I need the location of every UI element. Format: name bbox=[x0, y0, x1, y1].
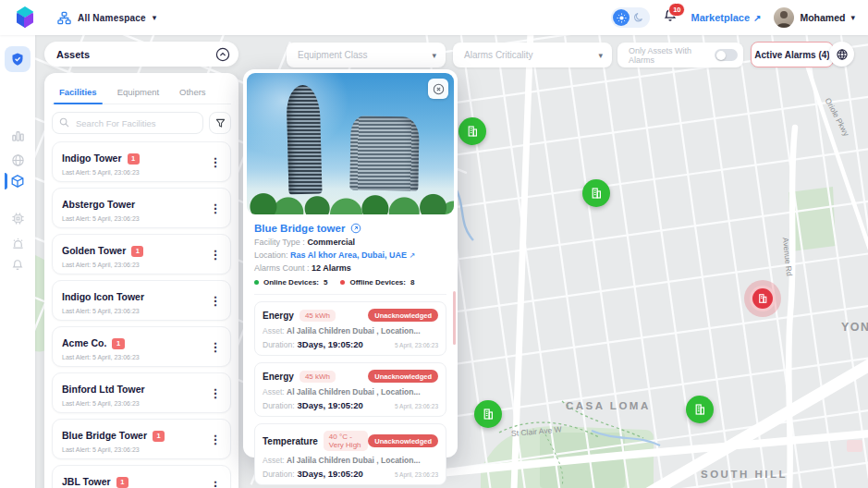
map-layers-button[interactable] bbox=[829, 42, 854, 67]
assets-panel-header[interactable]: Assets bbox=[44, 42, 238, 67]
kebab-menu-icon[interactable]: ⋮ bbox=[209, 479, 222, 488]
facility-list-item[interactable]: Blue Bridge Tower1 Last Alert: 5 April, … bbox=[52, 419, 231, 459]
assets-panel-title: Assets bbox=[56, 49, 215, 60]
kebab-menu-icon[interactable]: ⋮ bbox=[209, 340, 222, 354]
facility-list-item[interactable]: Indigo Tower1 Last Alert: 5 April, 23:06… bbox=[52, 141, 231, 182]
map-label-south-hill: SOUTH HILL bbox=[701, 469, 788, 480]
popup-body: Blue Bridge tower Facility Type : Commer… bbox=[247, 214, 454, 488]
filter-funnel-icon bbox=[215, 118, 226, 128]
alarm-card[interactable]: Energy 45 kWh Unacknowledged Asset: Al J… bbox=[254, 301, 446, 356]
alarms-criticality-label: Alarms Criticality bbox=[464, 50, 598, 60]
facility-last-alert: Last Alert: 5 April, 23:06:23 bbox=[62, 169, 209, 176]
facility-type-row: Facility Type : Commercial bbox=[254, 238, 446, 247]
map-marker-alarm[interactable] bbox=[752, 288, 773, 309]
alarm-date: 5 April, 23:06:23 bbox=[395, 342, 438, 348]
rail-item-analytics[interactable] bbox=[5, 122, 31, 148]
facility-alarm-badge: 1 bbox=[112, 338, 124, 349]
external-link-icon: ↗ bbox=[409, 251, 415, 260]
building-icon bbox=[482, 408, 495, 421]
rail-item-security[interactable] bbox=[5, 46, 31, 72]
marketplace-label: Marketplace bbox=[691, 12, 750, 23]
tab-others[interactable]: Others bbox=[177, 82, 208, 104]
alarm-asset-value: Al Jalila Children Dubai , Location... bbox=[287, 456, 421, 465]
collapse-panel-icon[interactable] bbox=[215, 47, 230, 62]
toggle-knob bbox=[716, 51, 726, 60]
user-silhouette-icon bbox=[774, 7, 794, 28]
facility-name: Abstergo Tower bbox=[62, 199, 135, 210]
alarm-type: Temperature bbox=[263, 436, 318, 446]
facility-popup: Blue Bridge tower Facility Type : Commer… bbox=[243, 69, 458, 458]
rail-item-notifications[interactable] bbox=[5, 252, 31, 278]
equipment-class-dropdown[interactable]: Equipment Class ▾ bbox=[287, 43, 446, 67]
kebab-menu-icon[interactable]: ⋮ bbox=[209, 294, 222, 308]
search-icon bbox=[59, 117, 69, 128]
popup-facility-title[interactable]: Blue Bridge tower bbox=[254, 223, 345, 234]
kebab-menu-icon[interactable]: ⋮ bbox=[209, 248, 222, 262]
user-menu[interactable]: Mohamed ▾ bbox=[774, 7, 855, 28]
online-devices-value: 5 bbox=[324, 278, 327, 287]
alarms-criticality-dropdown[interactable]: Alarms Criticality ▾ bbox=[453, 43, 612, 67]
kebab-menu-icon[interactable]: ⋮ bbox=[209, 386, 222, 400]
alarm-duration-label: Duration: bbox=[263, 340, 295, 349]
alarm-value-pill: 45 kWh bbox=[300, 371, 336, 383]
rail-item-devices[interactable] bbox=[5, 205, 31, 231]
alarm-duration-label: Duration: bbox=[263, 470, 295, 479]
top-bar-right: 10 Marketplace ↗ Mohamed ▾ bbox=[611, 7, 855, 28]
alarm-status-badge: Unacknowledged bbox=[368, 434, 438, 447]
namespace-selector[interactable]: All Namespace ▾ bbox=[57, 11, 156, 25]
tab-equipment[interactable]: Equipment bbox=[116, 82, 161, 104]
facility-list-item[interactable]: Indigo Icon Tower Last Alert: 5 April, 2… bbox=[52, 280, 231, 321]
rail-item-assets[interactable] bbox=[5, 168, 31, 194]
user-name: Mohamed bbox=[800, 12, 845, 23]
facility-last-alert: Last Alert: 5 April, 23:06:23 bbox=[62, 354, 209, 360]
facility-list-item[interactable]: Abstergo Tower Last Alert: 5 April, 23:0… bbox=[52, 188, 231, 228]
facility-name: Blue Bridge Tower bbox=[62, 430, 147, 441]
alarms-count-value: 12 Alarms bbox=[312, 263, 351, 273]
alarm-duration-value: 3Days, 19:05:20 bbox=[298, 339, 363, 349]
light-mode-button[interactable] bbox=[613, 9, 630, 26]
facility-list-item[interactable]: Acme Co.1 Last Alert: 5 April, 23:06:23 … bbox=[52, 326, 231, 367]
alarm-asset-label: Asset: bbox=[263, 387, 285, 396]
moon-icon[interactable] bbox=[633, 12, 644, 23]
facility-alarm-badge: 1 bbox=[131, 246, 143, 257]
notifications-count-badge: 10 bbox=[668, 3, 685, 17]
facility-list-item[interactable]: JBL Tower1 Last Alert: 5 April, 23:06:23… bbox=[52, 465, 231, 488]
assets-panel: Facilities Equipment Others Indigo Tower… bbox=[44, 73, 238, 488]
alarm-card[interactable]: Temperature 40 °C - Very High Unacknowle… bbox=[254, 423, 446, 485]
divider bbox=[254, 294, 446, 295]
location-link[interactable]: Ras Al khor Area, Dubai, UAE bbox=[290, 250, 407, 260]
kebab-menu-icon[interactable]: ⋮ bbox=[209, 155, 222, 169]
map-marker-facility-1[interactable] bbox=[458, 117, 486, 145]
map-label-casa-loma: CASA LOMA bbox=[566, 400, 651, 411]
notifications-button[interactable]: 10 bbox=[663, 8, 678, 27]
alarm-duration-value: 3Days, 19:05:20 bbox=[298, 469, 363, 479]
namespace-label: All Namespace bbox=[78, 13, 146, 23]
theme-toggle[interactable] bbox=[611, 7, 650, 28]
location-row: Location: Ras Al khor Area, Dubai, UAE ↗ bbox=[254, 250, 446, 260]
map-marker-facility-2[interactable] bbox=[582, 179, 610, 207]
search-input[interactable] bbox=[52, 112, 203, 134]
popup-scrollbar[interactable] bbox=[453, 291, 456, 345]
alarm-card[interactable]: Energy 45 kWh Unacknowledged Asset: Al J… bbox=[254, 362, 446, 417]
kebab-menu-icon[interactable]: ⋮ bbox=[209, 201, 222, 215]
map-marker-facility-4[interactable] bbox=[686, 396, 714, 423]
open-facility-icon[interactable] bbox=[350, 223, 361, 234]
alarm-list: Energy 45 kWh Unacknowledged Asset: Al J… bbox=[254, 301, 446, 485]
marketplace-link[interactable]: Marketplace ↗ bbox=[691, 12, 761, 23]
building-icon bbox=[590, 187, 603, 200]
chevron-down-icon: ▾ bbox=[153, 13, 157, 22]
only-assets-with-alarms-label: Only Assets With Alarms bbox=[629, 46, 707, 65]
active-page-indicator bbox=[5, 173, 7, 189]
filter-button[interactable] bbox=[209, 112, 231, 134]
facility-name: Golden Tower bbox=[62, 245, 126, 256]
active-alarms-button[interactable]: Active Alarms (4) bbox=[751, 42, 834, 67]
kebab-menu-icon[interactable]: ⋮ bbox=[209, 433, 222, 446]
facility-type-value: Commercial bbox=[307, 238, 355, 247]
facility-list-item[interactable]: Golden Tower1 Last Alert: 5 April, 23:06… bbox=[52, 234, 231, 274]
only-assets-with-alarms-toggle[interactable] bbox=[715, 49, 738, 61]
facility-list-item[interactable]: Binford Ltd Tower Last Alert: 5 April, 2… bbox=[52, 372, 231, 413]
building-icon bbox=[466, 125, 479, 138]
map-marker-facility-3[interactable] bbox=[474, 400, 502, 428]
tab-facilities[interactable]: Facilities bbox=[57, 82, 99, 104]
popup-close-button[interactable] bbox=[428, 79, 448, 99]
